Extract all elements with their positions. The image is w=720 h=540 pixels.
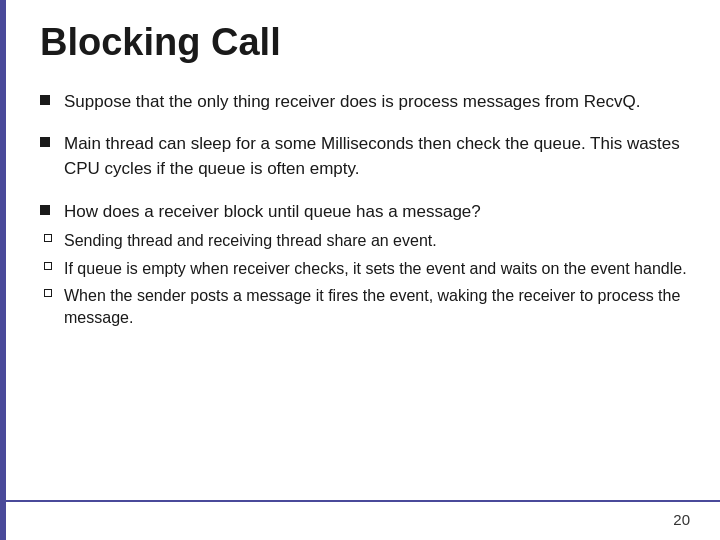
sub-bullet-item-1: Sending thread and receiving thread shar… bbox=[44, 230, 690, 252]
sub-bullet-square-2 bbox=[44, 262, 52, 270]
bullet-square-1 bbox=[40, 95, 50, 105]
bullet-square-3 bbox=[40, 205, 50, 215]
bullet-text-2: Main thread can sleep for a some Millise… bbox=[64, 132, 690, 181]
sub-bullet-square-3 bbox=[44, 289, 52, 297]
sub-bullet-square-1 bbox=[44, 234, 52, 242]
sub-bullet-item-2: If queue is empty when receiver checks, … bbox=[44, 258, 690, 280]
bullet-item-3: How does a receiver block until queue ha… bbox=[40, 200, 690, 335]
slide-container: Blocking Call Suppose that the only thin… bbox=[0, 0, 720, 540]
sub-bullet-text-3: When the sender posts a message it fires… bbox=[64, 285, 690, 330]
bullet-item-1: Suppose that the only thing receiver doe… bbox=[40, 90, 690, 115]
sub-bullets-container: Sending thread and receiving thread shar… bbox=[44, 230, 690, 335]
bottom-divider bbox=[0, 500, 720, 502]
bullet-text-1: Suppose that the only thing receiver doe… bbox=[64, 90, 690, 115]
slide-title: Blocking Call bbox=[30, 20, 690, 66]
bullet-item-2: Main thread can sleep for a some Millise… bbox=[40, 132, 690, 181]
page-number: 20 bbox=[673, 511, 690, 528]
bullet-text-3: How does a receiver block until queue ha… bbox=[64, 200, 481, 225]
content-area: Suppose that the only thing receiver doe… bbox=[30, 90, 690, 335]
left-border-decoration bbox=[0, 0, 6, 540]
sub-bullet-text-2: If queue is empty when receiver checks, … bbox=[64, 258, 690, 280]
bullet-square-2 bbox=[40, 137, 50, 147]
sub-bullet-item-3: When the sender posts a message it fires… bbox=[44, 285, 690, 330]
sub-bullet-text-1: Sending thread and receiving thread shar… bbox=[64, 230, 690, 252]
